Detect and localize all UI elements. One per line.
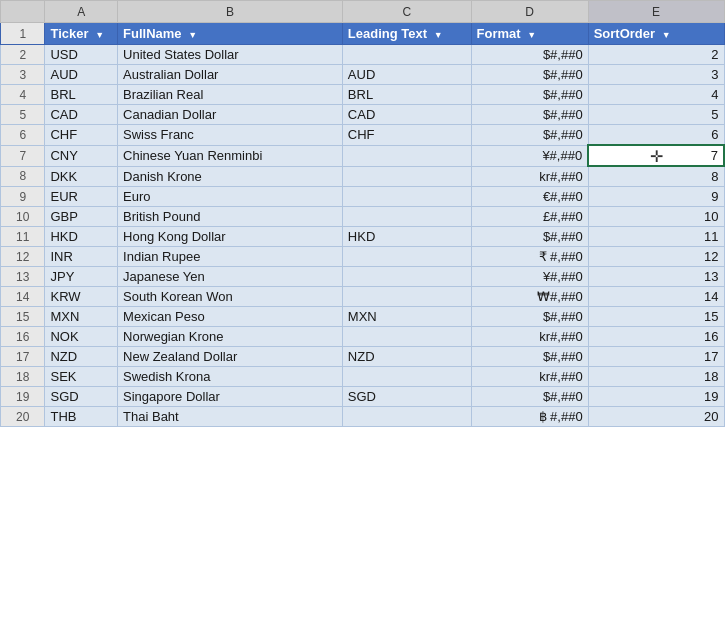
col-header-d[interactable]: D: [471, 1, 588, 23]
cell-ticker[interactable]: SEK: [45, 367, 118, 387]
cell-leading-text[interactable]: NZD: [342, 347, 471, 367]
cell-sort-order[interactable]: 10: [588, 207, 724, 227]
cell-leading-text[interactable]: [342, 267, 471, 287]
cell-ticker[interactable]: BRL: [45, 85, 118, 105]
cell-leading-text[interactable]: [342, 166, 471, 187]
col-header-a[interactable]: A: [45, 1, 118, 23]
cell-fullname[interactable]: Indian Rupee: [118, 247, 343, 267]
cell-sort-order[interactable]: 11: [588, 227, 724, 247]
cell-sort-order[interactable]: 19: [588, 387, 724, 407]
cell-ticker[interactable]: MXN: [45, 307, 118, 327]
cell-sort-order[interactable]: 18: [588, 367, 724, 387]
cell-leading-text[interactable]: MXN: [342, 307, 471, 327]
cell-ticker[interactable]: INR: [45, 247, 118, 267]
cell-format[interactable]: £#,##0: [471, 207, 588, 227]
cell-sort-order[interactable]: 5: [588, 105, 724, 125]
cell-format[interactable]: ₩#,##0: [471, 287, 588, 307]
cell-ticker[interactable]: JPY: [45, 267, 118, 287]
cell-sort-order[interactable]: 16: [588, 327, 724, 347]
filter-icon-fullname[interactable]: ▼: [188, 30, 197, 40]
header-leading-text[interactable]: Leading Text ▼: [342, 23, 471, 45]
cell-fullname[interactable]: Euro: [118, 187, 343, 207]
cell-ticker[interactable]: NOK: [45, 327, 118, 347]
cell-ticker[interactable]: THB: [45, 407, 118, 427]
header-fullname[interactable]: FullName ▼: [118, 23, 343, 45]
cell-leading-text[interactable]: [342, 287, 471, 307]
cell-leading-text[interactable]: [342, 407, 471, 427]
cell-fullname[interactable]: Swiss Franc: [118, 125, 343, 146]
cell-ticker[interactable]: KRW: [45, 287, 118, 307]
cell-ticker[interactable]: CHF: [45, 125, 118, 146]
cell-leading-text[interactable]: BRL: [342, 85, 471, 105]
cell-ticker[interactable]: EUR: [45, 187, 118, 207]
cell-sort-order[interactable]: 3: [588, 65, 724, 85]
cell-sort-order[interactable]: 14: [588, 287, 724, 307]
cell-fullname[interactable]: South Korean Won: [118, 287, 343, 307]
cell-leading-text[interactable]: CAD: [342, 105, 471, 125]
cell-format[interactable]: kr#,##0: [471, 367, 588, 387]
col-header-b[interactable]: B: [118, 1, 343, 23]
cell-format[interactable]: $#,##0: [471, 45, 588, 65]
cell-sort-order[interactable]: 4: [588, 85, 724, 105]
cell-format[interactable]: ¥#,##0: [471, 145, 588, 166]
cell-sort-order[interactable]: 20: [588, 407, 724, 427]
cell-leading-text[interactable]: [342, 45, 471, 65]
header-sort-order[interactable]: SortOrder ▼: [588, 23, 724, 45]
cell-sort-order[interactable]: 7✛: [588, 145, 724, 166]
cell-format[interactable]: $#,##0: [471, 85, 588, 105]
cell-leading-text[interactable]: SGD: [342, 387, 471, 407]
cell-format[interactable]: ฿ #,##0: [471, 407, 588, 427]
cell-fullname[interactable]: Swedish Krona: [118, 367, 343, 387]
cell-fullname[interactable]: Hong Kong Dollar: [118, 227, 343, 247]
col-header-c[interactable]: C: [342, 1, 471, 23]
cell-ticker[interactable]: DKK: [45, 166, 118, 187]
cell-sort-order[interactable]: 15: [588, 307, 724, 327]
col-header-e[interactable]: E: [588, 1, 724, 23]
cell-fullname[interactable]: Mexican Peso: [118, 307, 343, 327]
cell-sort-order[interactable]: 13: [588, 267, 724, 287]
cell-fullname[interactable]: New Zealand Dollar: [118, 347, 343, 367]
cell-ticker[interactable]: NZD: [45, 347, 118, 367]
cell-leading-text[interactable]: [342, 327, 471, 347]
cell-format[interactable]: ¥#,##0: [471, 267, 588, 287]
cell-sort-order[interactable]: 6: [588, 125, 724, 146]
cell-fullname[interactable]: Japanese Yen: [118, 267, 343, 287]
cell-leading-text[interactable]: [342, 145, 471, 166]
cell-format[interactable]: $#,##0: [471, 227, 588, 247]
cell-sort-order[interactable]: 2: [588, 45, 724, 65]
cell-fullname[interactable]: Brazilian Real: [118, 85, 343, 105]
cell-leading-text[interactable]: [342, 247, 471, 267]
cell-ticker[interactable]: GBP: [45, 207, 118, 227]
header-ticker[interactable]: Ticker ▼: [45, 23, 118, 45]
cell-ticker[interactable]: SGD: [45, 387, 118, 407]
cell-format[interactable]: $#,##0: [471, 125, 588, 146]
cell-format[interactable]: ₹ #,##0: [471, 247, 588, 267]
cell-ticker[interactable]: USD: [45, 45, 118, 65]
cell-sort-order[interactable]: 17: [588, 347, 724, 367]
cell-ticker[interactable]: AUD: [45, 65, 118, 85]
cell-format[interactable]: kr#,##0: [471, 327, 588, 347]
cell-format[interactable]: $#,##0: [471, 347, 588, 367]
cell-fullname[interactable]: Norwegian Krone: [118, 327, 343, 347]
cell-leading-text[interactable]: [342, 367, 471, 387]
cell-format[interactable]: €#,##0: [471, 187, 588, 207]
cell-fullname[interactable]: Danish Krone: [118, 166, 343, 187]
cell-ticker[interactable]: CAD: [45, 105, 118, 125]
cell-fullname[interactable]: United States Dollar: [118, 45, 343, 65]
cell-ticker[interactable]: CNY: [45, 145, 118, 166]
cell-fullname[interactable]: Chinese Yuan Renminbi: [118, 145, 343, 166]
cell-fullname[interactable]: Canadian Dollar: [118, 105, 343, 125]
cell-format[interactable]: $#,##0: [471, 65, 588, 85]
cell-leading-text[interactable]: CHF: [342, 125, 471, 146]
cell-format[interactable]: $#,##0: [471, 307, 588, 327]
cell-format[interactable]: kr#,##0: [471, 166, 588, 187]
cell-sort-order[interactable]: 12: [588, 247, 724, 267]
cell-fullname[interactable]: Thai Baht: [118, 407, 343, 427]
cell-leading-text[interactable]: AUD: [342, 65, 471, 85]
cell-format[interactable]: $#,##0: [471, 105, 588, 125]
filter-icon-sort-order[interactable]: ▼: [662, 30, 671, 40]
cell-sort-order[interactable]: 8: [588, 166, 724, 187]
cell-leading-text[interactable]: [342, 187, 471, 207]
cell-leading-text[interactable]: HKD: [342, 227, 471, 247]
cell-format[interactable]: $#,##0: [471, 387, 588, 407]
